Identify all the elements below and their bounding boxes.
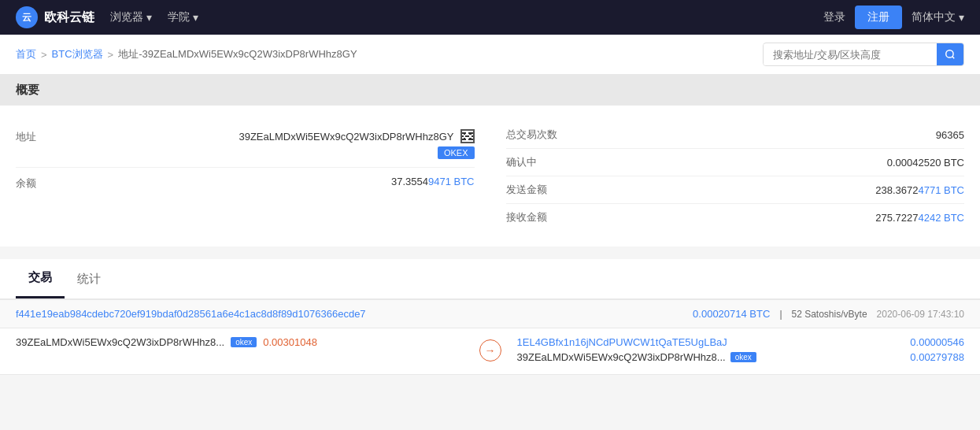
tx-output-row-1: 1EL4GBfx1n16jNCdPUWCW1tQaTE5UgLBaJ 0.000… xyxy=(517,336,965,348)
overview-left: 地址 39ZEaLMDxWi5EWx9cQ2W3ixDP8rWHhz8GY OK… xyxy=(16,121,475,231)
chevron-down-icon: ▾ xyxy=(146,11,152,24)
input-badge: okex xyxy=(231,337,257,347)
nav-logo[interactable]: 云 欧科云链 xyxy=(16,6,94,28)
tx-header-row: f441e19eab984cdebc720ef919bdaf0d28561a6e… xyxy=(0,300,980,328)
received-label: 接收金额 xyxy=(506,210,876,224)
breadcrumb-home[interactable]: 首页 xyxy=(16,47,36,61)
tab-transactions[interactable]: 交易 xyxy=(16,259,65,298)
tx-amount: 0.00020714 BTC xyxy=(693,308,770,320)
address-text: 39ZEaLMDxWi5EWx9cQ2W3ixDP8rWHhz8GY xyxy=(239,131,453,143)
svg-line-1 xyxy=(952,57,955,59)
navbar: 云 欧科云链 浏览器 ▾ 学院 ▾ 登录 注册 简体中文 ▾ xyxy=(0,0,980,35)
address-row: 地址 39ZEaLMDxWi5EWx9cQ2W3ixDP8rWHhz8GY OK… xyxy=(16,121,475,168)
breadcrumb-sep2: > xyxy=(108,49,114,61)
logo-text: 欧科云链 xyxy=(44,9,94,26)
received-value: 275.72274242 BTC xyxy=(875,212,964,224)
output-badge-2: okex xyxy=(730,352,756,362)
tx-separator: | xyxy=(779,309,782,320)
tx-inputs: 39ZEaLMDxWi5EWx9cQ2W3ixDP8rWHhz8... okex… xyxy=(16,336,464,351)
balance-decimal: 9471 BTC xyxy=(428,176,475,187)
confirming-row: 确认中 0.00042520 BTC xyxy=(506,149,965,176)
transactions-panel: f441e19eab984cdebc720ef919bdaf0d28561a6e… xyxy=(0,300,980,375)
chevron-down-icon: ▾ xyxy=(959,11,964,24)
sent-value: 238.36724771 BTC xyxy=(875,184,964,196)
total-tx-label: 总交易次数 xyxy=(506,128,936,142)
breadcrumb-sep1: > xyxy=(41,49,47,61)
overview-panel: 地址 39ZEaLMDxWi5EWx9cQ2W3ixDP8rWHhz8GY OK… xyxy=(0,106,980,253)
login-button[interactable]: 登录 xyxy=(823,10,845,24)
total-tx-row: 总交易次数 96365 xyxy=(506,121,965,149)
nav-left: 云 欧科云链 浏览器 ▾ 学院 ▾ xyxy=(16,6,198,28)
address-value: 39ZEaLMDxWi5EWx9cQ2W3ixDP8rWHhz8GY OKEX xyxy=(79,129,475,159)
tx-output-row-2: 39ZEaLMDxWi5EWx9cQ2W3ixDP8rWHhz8... okex… xyxy=(517,351,965,363)
output-amount-1: 0.00000546 xyxy=(910,336,964,348)
svg-point-0 xyxy=(946,50,953,57)
search-icon xyxy=(945,49,956,60)
balance-label: 余额 xyxy=(16,176,79,192)
nav-browser[interactable]: 浏览器 ▾ xyxy=(110,10,152,24)
tx-date: 2020-06-09 17:43:10 xyxy=(877,309,964,320)
search-input[interactable] xyxy=(764,44,937,65)
nav-academy[interactable]: 学院 ▾ xyxy=(168,10,198,24)
overview-right: 总交易次数 96365 确认中 0.00042520 BTC 发送金额 238.… xyxy=(506,121,965,231)
breadcrumb: 首页 > BTC浏览器 > 地址-39ZEaLMDxWi5EWx9cQ2W3ix… xyxy=(16,47,357,61)
breadcrumb-bar: 首页 > BTC浏览器 > 地址-39ZEaLMDxWi5EWx9cQ2W3ix… xyxy=(0,35,980,75)
tx-arrow: → xyxy=(479,336,501,361)
address-label: 地址 xyxy=(16,129,79,146)
tx-hash-link[interactable]: f441e19eab984cdebc720ef919bdaf0d28561a6e… xyxy=(16,308,366,320)
tx-outputs: 1EL4GBfx1n16jNCdPUWCW1tQaTE5UgLBaJ 0.000… xyxy=(517,336,965,366)
balance-integer: 37.3554 xyxy=(391,176,428,187)
language-switcher[interactable]: 简体中文 ▾ xyxy=(912,10,964,24)
output-amount-2: 0.00279788 xyxy=(910,351,964,363)
section-header: 概要 xyxy=(0,75,980,106)
tabs-bar: 交易 统计 xyxy=(0,259,980,300)
input-address: 39ZEaLMDxWi5EWx9cQ2W3ixDP8rWHhz8... xyxy=(16,336,224,348)
nav-menu: 浏览器 ▾ 学院 ▾ xyxy=(110,10,198,24)
received-row: 接收金额 275.72274242 BTC xyxy=(506,204,965,231)
output-address-2: 39ZEaLMDxWi5EWx9cQ2W3ixDP8rWHhz8... xyxy=(517,351,726,363)
chevron-down-icon: ▾ xyxy=(193,11,198,24)
logo-icon: 云 xyxy=(16,6,38,28)
nav-right: 登录 注册 简体中文 ▾ xyxy=(823,6,964,29)
input-amount: 0.00301048 xyxy=(263,336,317,348)
search-box xyxy=(763,43,964,66)
sent-label: 发送金额 xyxy=(506,183,876,197)
breadcrumb-explorer[interactable]: BTC浏览器 xyxy=(52,47,103,61)
search-button[interactable] xyxy=(937,43,963,65)
sent-row: 发送金额 238.36724771 BTC xyxy=(506,176,965,204)
confirming-label: 确认中 xyxy=(506,155,887,169)
tx-fee: 52 Satoshis/vByte xyxy=(792,309,867,320)
tx-meta: 0.00020714 BTC | 52 Satoshis/vByte 2020-… xyxy=(693,308,964,320)
tx-input-row: 39ZEaLMDxWi5EWx9cQ2W3ixDP8rWHhz8... okex… xyxy=(16,336,464,348)
qr-icon[interactable] xyxy=(460,129,475,143)
breadcrumb-address: 地址-39ZEaLMDxWi5EWx9cQ2W3ixDP8rWHhz8GY xyxy=(118,47,357,61)
balance-row: 余额 37.35549471 BTC xyxy=(16,168,475,200)
total-tx-value: 96365 xyxy=(936,129,964,141)
okex-badge: OKEX xyxy=(438,146,475,159)
arrow-icon: → xyxy=(479,339,501,361)
tab-statistics[interactable]: 统计 xyxy=(65,261,113,298)
tx-body-row: 39ZEaLMDxWi5EWx9cQ2W3ixDP8rWHhz8... okex… xyxy=(0,328,980,375)
register-button[interactable]: 注册 xyxy=(855,6,902,29)
balance-value: 37.35549471 BTC xyxy=(79,176,475,187)
output-address-1[interactable]: 1EL4GBfx1n16jNCdPUWCW1tQaTE5UgLBaJ xyxy=(517,336,727,348)
confirming-value: 0.00042520 BTC xyxy=(887,157,964,169)
